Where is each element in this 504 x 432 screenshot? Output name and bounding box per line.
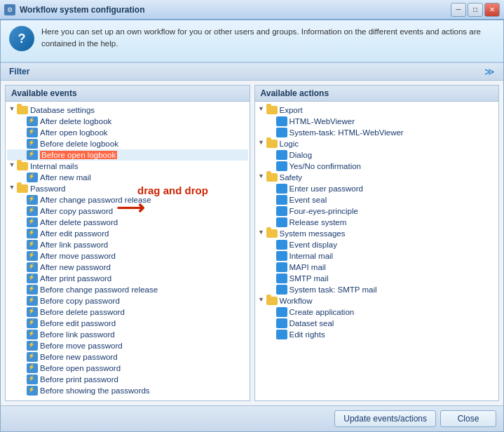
list-item: Before delete password (7, 306, 248, 318)
action-label: Yes/No confirmation (290, 162, 362, 170)
action-icon (276, 116, 287, 126)
group-label: Password (30, 184, 66, 193)
titlebar: ⚙ Workflow system configuration ─ □ ✕ (0, 0, 504, 20)
available-events-body[interactable]: ▼ Database settings After delete logb (6, 102, 250, 400)
expand-icon: ▼ (257, 296, 266, 306)
password-subtree: After change password release After copy… (7, 194, 248, 396)
group-database-settings: ▼ Database settings After delete logb (7, 104, 248, 161)
list-item: System-task: HTML-WebViewer (257, 127, 498, 138)
folder-icon (266, 229, 278, 238)
list-item: MAPI mail (257, 262, 498, 273)
event-after-delete-logbook[interactable]: After delete logbook (7, 116, 248, 127)
event-label: After new mail (40, 173, 91, 182)
group-label: Safety (280, 173, 303, 182)
filter-icon: ≫ (484, 66, 495, 77)
list-item: SMTP mail (257, 273, 498, 284)
event-label: Before copy password (40, 297, 120, 305)
action-icon (276, 217, 287, 227)
bottom-bar: Update events/actions Close (1, 405, 503, 431)
event-icon (27, 307, 38, 317)
action-icon (276, 240, 287, 250)
list-item: Before open password (7, 363, 248, 374)
action-label: Internal mail (290, 252, 334, 260)
group-database-settings-row[interactable]: ▼ Database settings (7, 104, 248, 116)
action-label: System-task: HTML-WebViewer (290, 128, 404, 137)
action-icon (276, 262, 287, 272)
available-actions-panel: Available actions ▼ Export HTML-WebViewe… (254, 85, 500, 401)
group-label: Logic (280, 140, 299, 148)
panels-wrapper: Available events ▼ Database settings (1, 81, 503, 405)
window-title: Workflow system configuration (20, 5, 447, 15)
event-label: Before open password (40, 364, 121, 372)
event-label: Before showing the passwords (40, 386, 150, 395)
window-controls: ─ □ ✕ (451, 3, 500, 17)
event-label: Before new password (40, 353, 118, 361)
group-workflow-row[interactable]: ▼ Workflow (257, 295, 498, 306)
expand-icon: ▼ (7, 105, 17, 115)
folder-icon (266, 297, 278, 305)
group-logic-row[interactable]: ▼ Logic (257, 138, 498, 149)
close-button[interactable]: Close (440, 410, 496, 427)
action-icon (276, 161, 287, 171)
available-actions-body[interactable]: ▼ Export HTML-WebViewer System-task: HTM… (255, 102, 499, 400)
event-before-delete-logbook[interactable]: Before delete logbook (7, 138, 248, 149)
list-item: After link password (7, 239, 248, 250)
info-icon (9, 26, 34, 51)
action-icon (276, 195, 287, 205)
list-item: Event display (257, 239, 498, 250)
event-label: Before delete logbook (40, 140, 118, 148)
internal-mails-subtree: After new mail (7, 172, 248, 183)
action-label: Event display (290, 241, 337, 249)
group-safety: ▼ Safety Enter user password Event seal … (257, 172, 498, 228)
group-password-row[interactable]: ▼ Password (7, 183, 248, 194)
list-item: Before open logbook (7, 149, 248, 161)
action-icon (276, 307, 287, 317)
event-icon (27, 285, 38, 295)
list-item: Create application (257, 306, 498, 318)
event-label: After copy password (40, 207, 113, 215)
event-label: After delete logbook (40, 117, 111, 126)
list-item: Before showing the passwords (7, 385, 248, 396)
list-item: Before change password release (7, 284, 248, 295)
event-label: Before move password (40, 342, 123, 350)
group-label: Internal mails (30, 162, 78, 170)
event-before-open-logbook[interactable]: Before open logbook (7, 149, 248, 161)
action-label: Release system (290, 218, 347, 227)
event-label: After print password (40, 274, 111, 283)
list-item: Before edit password (7, 318, 248, 329)
minimize-button[interactable]: ─ (451, 3, 466, 17)
close-window-button[interactable]: ✕ (484, 3, 500, 17)
action-icon (276, 150, 287, 160)
event-icon (27, 251, 38, 261)
list-item: After change password release (7, 194, 248, 205)
folder-icon (266, 173, 278, 182)
event-after-new-mail[interactable]: After new mail (7, 172, 248, 183)
group-system-messages-row[interactable]: ▼ System messages (257, 228, 498, 239)
list-item: Before delete logbook (7, 138, 248, 149)
list-item: Before link password (7, 329, 248, 340)
update-events-actions-button[interactable]: Update events/actions (334, 410, 436, 427)
list-item: Before move password (7, 340, 248, 351)
group-safety-row[interactable]: ▼ Safety (257, 172, 498, 183)
event-icon (27, 116, 38, 126)
event-label: After link password (40, 241, 108, 249)
list-item: After move password (7, 250, 248, 262)
action-icon (276, 184, 287, 194)
event-icon (27, 229, 38, 238)
event-label: Before print password (40, 375, 118, 384)
group-internal-mails: ▼ Internal mails After new mail (7, 161, 248, 183)
list-item: Dialog (257, 149, 498, 161)
group-internal-mails-row[interactable]: ▼ Internal mails (7, 161, 248, 172)
group-system-messages: ▼ System messages Event display Internal… (257, 228, 498, 295)
list-item: After open logbook (7, 127, 248, 138)
leaf-icon (17, 173, 27, 182)
group-label: Workflow (280, 297, 313, 305)
event-label: After new password (40, 263, 111, 271)
group-export-row[interactable]: ▼ Export (257, 104, 498, 116)
list-item: Event seal (257, 194, 498, 205)
event-label: After open logbook (40, 128, 108, 137)
list-item: After print password (7, 273, 248, 284)
folder-icon (17, 184, 28, 193)
event-after-open-logbook[interactable]: After open logbook (7, 127, 248, 138)
maximize-button[interactable]: □ (468, 3, 483, 17)
